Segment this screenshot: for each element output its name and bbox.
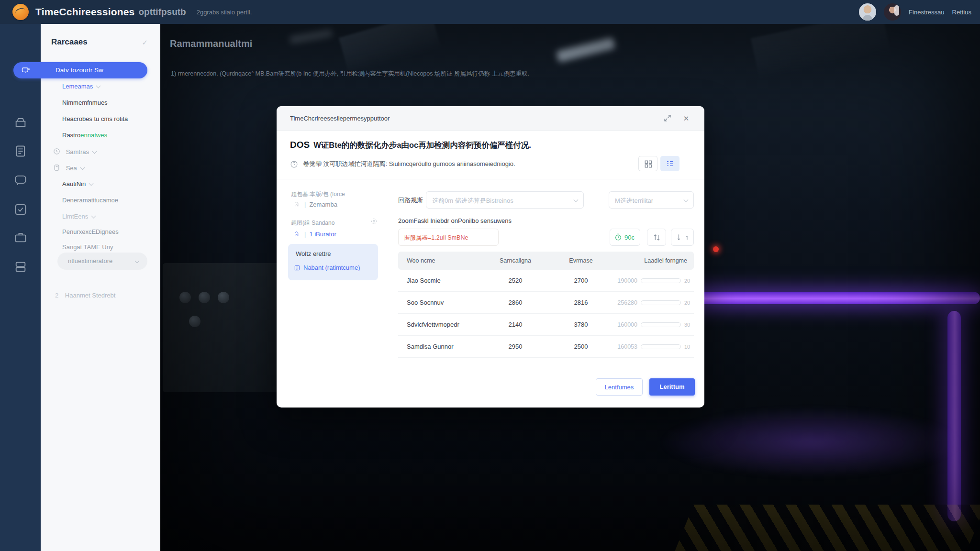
gear-icon[interactable] (370, 218, 378, 225)
card-title: Woltz erettre (296, 250, 331, 257)
progress-bar (641, 300, 681, 305)
list-tree-icon (666, 159, 674, 168)
sidebar-item[interactable]: Deneramatitucamoe (62, 197, 118, 204)
shield-info-icon (290, 160, 298, 168)
server-icon[interactable] (14, 260, 27, 274)
source-item[interactable]: | Zemamba (294, 201, 337, 208)
sidebar-item[interactable]: Sangat TAME Uny (62, 243, 113, 251)
check-icon: ✓ (142, 38, 148, 47)
data-table: Woo ncme Sarncaiigna Evrmase Laadlei for… (398, 252, 694, 358)
cancel-button[interactable]: Lentfumes (596, 378, 643, 396)
grid-view-toggle[interactable] (638, 156, 657, 171)
select-label: 回路规斯 (398, 196, 423, 205)
topbar-link-1[interactable]: Finestressau (909, 9, 944, 16)
badge-icon: 2 (55, 292, 58, 299)
app-window: fMrahacrools austent Ramammanualtmi 1) r… (0, 0, 980, 551)
confirm-button[interactable]: Lerittum (649, 378, 695, 396)
sidebar-item[interactable]: LimtEens (62, 213, 95, 220)
chevron-down-icon (91, 214, 96, 219)
topbar-link-2[interactable]: Rettius (952, 9, 971, 16)
chevron-down-icon (135, 259, 140, 264)
briefcase-icon[interactable] (14, 231, 27, 244)
primary-select[interactable]: 选前0m 储进选算是Bistreinos (426, 191, 584, 209)
progress-bar (641, 278, 681, 283)
file-icon (53, 164, 60, 171)
selected-source-card[interactable]: Woltz erettre Nabant (ratimtcume) (288, 244, 378, 280)
dialog-title: DOSW证Bte的的数据化办步a由oc再加检测内容衐预价偏严槿付况. (290, 140, 531, 151)
storage-box-icon[interactable] (14, 116, 27, 129)
data-transfer-icon (21, 66, 31, 75)
group-label: 题包基:本版/包 (force (291, 190, 345, 198)
clock-icon (53, 148, 60, 155)
sidebar-item-active[interactable]: Datv tozourtr Sw (13, 62, 147, 78)
dialog-header: TimeChcrireesesiiepermesypputtoor ✕ (277, 106, 704, 131)
sidebar-item[interactable]: Lemeamas (62, 83, 100, 90)
column-header: Evrmase (548, 257, 613, 264)
column-header: Laadlei forngme (613, 257, 694, 264)
filter-input[interactable]: 据服属器=1.2uIl SmBNe (398, 229, 499, 246)
sidebar-collapsed-select[interactable]: ntluextimeratore (57, 253, 147, 270)
timer-icon (614, 233, 622, 241)
column-header: Woo ncme (398, 257, 482, 264)
chevron-down-icon (684, 198, 689, 202)
grid-icon (644, 160, 653, 168)
secondary-select[interactable]: M选进terrilitar (609, 191, 694, 209)
chevron-down-icon (96, 84, 101, 88)
filter-input-value: 据服属器=1.2uIl SmBNe (404, 234, 468, 242)
app-logo-icon (12, 4, 29, 20)
sidebar-item[interactable]: Sea (53, 164, 84, 172)
swap-vertical-icon (652, 233, 661, 242)
sidebar-item[interactable]: PenurxexcEDignees (62, 228, 119, 235)
table-row[interactable]: Soo Socnnuv 2860 2816 256280 20 (398, 292, 694, 314)
expand-icon[interactable] (663, 114, 673, 123)
sidebar-item[interactable]: Samtras (53, 148, 96, 155)
dialog-notice: 卷觉帶 汶可职边域忙河道隔离: Siulimcqeröullo gumoos a… (290, 160, 515, 168)
sidebar-item-bottom[interactable]: 2 Haanmet Stedrebt (55, 292, 115, 299)
source-item-selected[interactable]: | 1 iBurator (294, 231, 336, 238)
brand-title-secondary: opttifpsutb (138, 7, 186, 17)
chevron-down-icon (89, 181, 94, 186)
document-icon[interactable] (14, 144, 27, 158)
database-icon (294, 201, 301, 208)
table-row[interactable]: Jiao Socmle 2520 2700 190000 20 (398, 270, 694, 292)
top-navigation-bar: TimeCchireessiones opttifpsutb 2ggrabs s… (0, 0, 980, 24)
sidebar-item[interactable]: Nimmemfnmues (62, 99, 108, 106)
group-label: 题图(组 Sandano (291, 219, 334, 227)
icon-rail (0, 24, 41, 551)
check-square-icon[interactable] (14, 203, 27, 216)
brand-tagline: 2ggrabs siiaio pertll. (197, 9, 252, 16)
database-icon (294, 231, 301, 238)
sidebar: Rarcaaes ✓ Lemeamas Nimmemfnmues Reacrob… (41, 24, 160, 551)
sidebar-item[interactable]: Reacrobes tu cms rotita (62, 115, 128, 122)
table-row[interactable]: Sdvlcfviettvmopedr 2140 3780 160000 30 (398, 314, 694, 336)
table-row[interactable]: Samdisa Gunnor 2950 2500 160053 10 (398, 336, 694, 358)
sidebar-item[interactable]: Rastroennatwes (62, 132, 107, 139)
close-icon[interactable]: ✕ (681, 114, 691, 123)
card-link[interactable]: Nabant (ratimtcume) (294, 264, 360, 271)
page-title: Ramammanualtmi (170, 38, 252, 49)
chat-icon[interactable] (14, 173, 27, 187)
refresh-timer-button[interactable]: 90c (610, 229, 640, 246)
dialog-window-title: TimeChcrireesesiiepermesypputtoor (290, 115, 390, 122)
user-avatar[interactable] (884, 3, 901, 21)
table-header-row: Woo ncme Sarncaiigna Evrmase Laadlei for… (398, 252, 694, 270)
chevron-down-icon (92, 149, 97, 154)
sort-up-icon (684, 233, 690, 242)
swap-columns-button[interactable] (647, 229, 666, 246)
topbar-right-cluster: Finestressau Rettius (859, 0, 971, 24)
section-subtitle: 2oomFaskl Iniebdr onPonilbo sensuwens (398, 217, 512, 224)
list-view-toggle[interactable] (660, 156, 679, 171)
dialog: TimeChcrireesesiiepermesypputtoor ✕ DOSW… (277, 106, 704, 408)
sidebar-item[interactable]: AautiNin (62, 180, 93, 187)
divider (277, 179, 704, 179)
sort-button[interactable] (671, 229, 694, 246)
page-description: 1) rmerennecdon. (Qurdnqace° MB.Bam研究所(b… (171, 70, 688, 78)
progress-bar (641, 322, 681, 327)
chevron-down-icon (80, 165, 85, 170)
sidebar-title: Rarcaaes (51, 37, 88, 47)
user-avatar[interactable] (859, 3, 876, 21)
progress-bar (641, 344, 681, 349)
form-icon (294, 264, 301, 271)
chevron-down-icon (574, 198, 579, 202)
column-header: Sarncaiigna (482, 257, 548, 264)
